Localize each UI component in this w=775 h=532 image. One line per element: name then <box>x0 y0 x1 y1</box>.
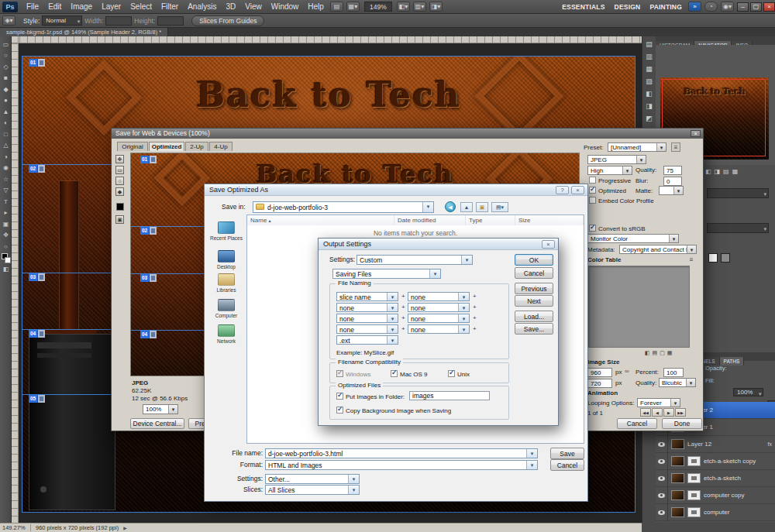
quality-preset-dropdown[interactable]: High <box>587 166 632 175</box>
checkbox-icon[interactable] <box>391 370 398 377</box>
view-menu-icon[interactable]: ▤▾ <box>491 202 508 212</box>
account-icon[interactable]: ◉▾ <box>721 2 734 12</box>
close-button[interactable]: × <box>763 2 775 12</box>
naming-part-dropdown[interactable]: none <box>336 314 398 323</box>
menu-select[interactable]: Select <box>126 0 157 14</box>
put-images-in-folder-checkbox[interactable]: Put Images in Folder: <box>336 393 405 401</box>
optimized-checkbox[interactable]: Optimized <box>589 187 626 195</box>
slice-badge-05[interactable]: 05 <box>29 395 45 403</box>
format-dropdown[interactable]: HTML and Images <box>265 460 538 470</box>
naming-part-dropdown[interactable]: none <box>408 303 470 312</box>
first-frame-icon[interactable]: ◀◀ <box>640 408 651 417</box>
layer-visibility-toggle[interactable] <box>656 487 668 504</box>
menu-analysis[interactable]: Analysis <box>183 0 221 14</box>
next-frame-icon[interactable]: ▶ <box>663 408 674 417</box>
column-name[interactable]: Name ▴ <box>247 215 394 225</box>
layer-row[interactable]: etch-a-sketch <box>656 470 775 487</box>
preview-slice-03[interactable]: 03 <box>140 274 157 282</box>
eraser-tool-icon[interactable]: △ <box>0 140 12 152</box>
sfw-toggle-slices-icon[interactable]: ▣ <box>115 215 124 224</box>
preview-slice-01[interactable]: 01 <box>140 156 157 163</box>
sfw-tab-2up[interactable]: 2-Up <box>185 142 208 151</box>
preview-menu-dropdown[interactable]: Monitor Color <box>587 234 679 243</box>
layer-visibility-toggle[interactable] <box>656 436 668 453</box>
save-in-dropdown[interactable]: d-joe-web-portfolio-3 <box>253 201 434 213</box>
history-panel-icon[interactable]: ▤ <box>645 39 654 49</box>
mac-os-9-checkbox[interactable]: Mac OS 9 <box>391 370 428 379</box>
history-brush-tool-icon[interactable]: □ <box>0 129 12 141</box>
output-cancel-button[interactable]: Cancel <box>515 267 553 279</box>
menu-help[interactable]: Help <box>303 0 329 14</box>
save-as-cancel-button[interactable]: Cancel <box>550 459 584 471</box>
layer-mask-thumbnail[interactable] <box>687 473 701 483</box>
layer-thumbnail[interactable] <box>671 456 684 466</box>
menu-layer[interactable]: Layer <box>97 0 126 14</box>
naming-part-dropdown[interactable]: none <box>408 324 470 334</box>
output-settings-dropdown[interactable]: Custom <box>356 255 473 265</box>
workspace-design[interactable]: DESIGN <box>610 3 646 11</box>
checkbox-icon[interactable] <box>336 370 343 377</box>
height-field[interactable] <box>157 16 184 26</box>
looping-dropdown[interactable]: Forever <box>637 398 680 407</box>
layer-mask-thumbnail[interactable] <box>687 490 701 500</box>
crop-tool-icon[interactable]: ■ <box>0 73 12 84</box>
preset-dropdown[interactable]: [Unnamed] <box>608 142 666 152</box>
previous-frame-icon[interactable]: ◀ <box>652 408 663 417</box>
sfw-zoom-dropdown[interactable]: 100% <box>143 404 178 414</box>
layer-visibility-toggle[interactable] <box>656 504 668 521</box>
output-close-icon[interactable]: × <box>542 240 555 249</box>
back-navigation-icon[interactable]: ◀ <box>445 201 456 212</box>
sfw-tab-4up[interactable]: 4-Up <box>209 142 232 151</box>
layer-mask-thumbnail[interactable] <box>687 507 701 517</box>
slices-dropdown[interactable]: All Slices <box>265 485 360 495</box>
column-size[interactable]: Size <box>515 215 584 225</box>
marquee-tool-icon[interactable]: ▭ <box>0 39 12 51</box>
type-tool-icon[interactable]: T <box>0 197 12 208</box>
slices-from-guides-button[interactable]: Slices From Guides <box>191 15 264 26</box>
layer-row[interactable]: computer <box>656 504 775 521</box>
resample-dropdown[interactable]: Bicubic <box>659 378 696 387</box>
menu-view[interactable]: View <box>240 0 267 14</box>
status-menu-arrow-icon[interactable]: ▶ <box>123 525 127 530</box>
copy-background-checkbox[interactable]: Copy Background Image when Saving <box>336 407 451 415</box>
shape-tool-icon[interactable]: ▣ <box>0 219 12 231</box>
matte-dropdown[interactable] <box>659 186 684 195</box>
place-desktop[interactable]: Desktop <box>206 250 246 269</box>
layer-thumbnail[interactable] <box>671 473 684 483</box>
naming-part-dropdown[interactable]: slice name <box>336 292 398 301</box>
slice-badge-04[interactable]: 04 <box>29 330 45 338</box>
hand-tool-icon[interactable]: ✥ <box>0 230 12 242</box>
checkbox-icon[interactable] <box>448 370 455 377</box>
checkbox-icon[interactable] <box>336 407 343 414</box>
hand-tool-icon[interactable]: ◧▾ <box>397 2 410 12</box>
layer-row[interactable]: etch-a-sketch copy <box>656 453 775 470</box>
ok-button[interactable]: OK <box>515 254 553 266</box>
clone-stamp-tool-icon[interactable]: ◐ <box>0 118 12 129</box>
naming-part-dropdown[interactable]: none <box>336 324 398 334</box>
sfw-title-bar[interactable]: Save for Web & Devices (100%) <box>112 129 703 139</box>
last-frame-icon[interactable]: ▶▶ <box>675 408 686 417</box>
preview-slice-02[interactable]: 02 <box>140 227 157 235</box>
quick-mask-icon[interactable]: ◧ <box>0 264 12 276</box>
extension-dropdown[interactable]: .ext <box>336 335 398 345</box>
image-height-field[interactable]: 720 <box>587 379 612 388</box>
blur-tool-icon[interactable]: ◉ <box>0 163 12 174</box>
slice-badge-01[interactable]: 01 <box>29 59 45 67</box>
checkbox-icon[interactable] <box>589 177 596 184</box>
layer-thumbnail[interactable] <box>671 439 684 449</box>
layer-mask-thumbnail[interactable] <box>687 456 701 466</box>
workspace-painting[interactable]: PAINTING <box>645 3 687 11</box>
color-table-menu-icon[interactable]: ≡ <box>687 256 696 265</box>
document-tab[interactable]: sample-bkgmd-1r.psd @ 149% (Sample Heade… <box>0 28 168 36</box>
naming-part-dropdown[interactable]: none <box>408 292 470 301</box>
color-table-action-icons[interactable]: ◧▤▢▦ <box>645 350 691 356</box>
next-button[interactable]: Next <box>515 295 553 307</box>
sfw-tab-original[interactable]: Original <box>117 142 148 151</box>
menu-file[interactable]: File <box>22 0 43 14</box>
gradient-tool-icon[interactable]: ◑ <box>0 152 12 163</box>
save-as-close-icon[interactable]: × <box>571 186 584 194</box>
layer-fx-badge[interactable]: fx <box>768 441 772 447</box>
save-settings-button[interactable]: Save... <box>515 323 553 335</box>
brush-tool-icon[interactable]: ▲ <box>0 107 12 118</box>
images-folder-field[interactable]: images <box>409 391 490 400</box>
